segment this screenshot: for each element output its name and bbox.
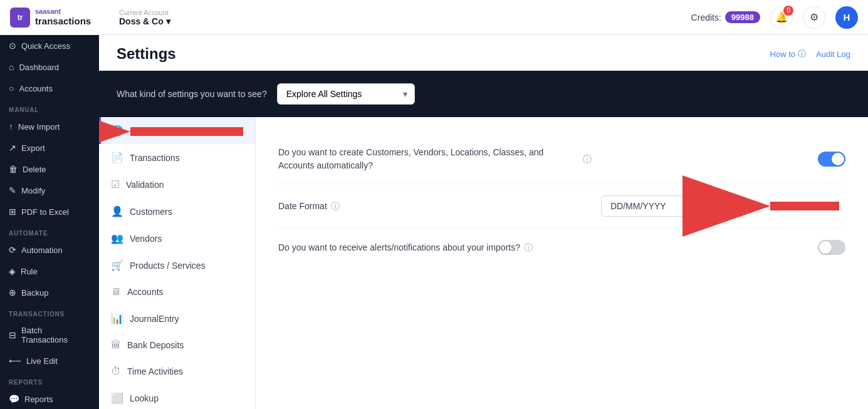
logo-top: saasant (35, 8, 91, 16)
howto-link[interactable]: How to ⓘ (770, 48, 806, 60)
page-title: Settings (117, 45, 176, 63)
arrow-to-dropdown (764, 197, 845, 215)
sidebar-label-modify: Modify (21, 186, 45, 195)
batch-transactions-icon: ⊟ (9, 330, 16, 340)
settings-nav-vendors[interactable]: 👥 Vendors (99, 225, 255, 252)
header-links: How to ⓘ Audit Log (770, 48, 850, 60)
delete-icon: 🗑 (9, 164, 18, 174)
settings-nav-label-products: Products / Services (130, 261, 206, 271)
logo-text: saasant transactions (35, 8, 91, 27)
alerts-label: Do you want to receive alerts/notificati… (278, 241, 533, 254)
credits-display: Credits: 99988 (691, 11, 760, 23)
account-label: Current Account (119, 9, 691, 16)
sidebar-label-batch-transactions: Batch Transactions (21, 326, 90, 344)
auto-create-label: Do you want to create Customers, Vendors… (278, 146, 592, 172)
credits-count: 99988 (725, 11, 760, 23)
reports-icon: 💬 (9, 394, 19, 404)
quick-access-icon: ⊙ (9, 41, 16, 51)
notifications-button[interactable]: 🔔 0 (770, 6, 793, 29)
logo-icon: tr (10, 8, 30, 28)
logo-bottom: transactions (35, 16, 91, 27)
customer-icon: 👤 (111, 205, 123, 217)
settings-nav-products-services[interactable]: 🛒 Products / Services (99, 252, 255, 279)
info-circle-icon: ⓘ (798, 48, 806, 60)
lookup-icon: ⬜ (111, 392, 123, 404)
sidebar-label-dashboard: Dashboard (19, 63, 59, 72)
settings-nav: 🌐 General 📄 Transactions ☑ Validation 👤 … (99, 117, 256, 409)
sidebar-label-pdf-to-excel: PDF to Excel (21, 207, 69, 217)
sidebar-item-reports[interactable]: 💬 Reports (0, 388, 99, 409)
bank-icon: 🏛 (111, 339, 121, 351)
settings-content: Do you want to create Customers, Vendors… (256, 117, 868, 409)
settings-nav-label-bank-deposits: Bank Deposits (127, 340, 184, 350)
settings-nav-label-transactions: Transactions (130, 153, 180, 163)
new-import-icon: ↑ (9, 122, 13, 132)
audit-log-link[interactable]: Audit Log (816, 49, 850, 59)
chevron-down-icon: ▾ (166, 16, 170, 26)
settings-body: 🌐 General 📄 Transactions ☑ Validation 👤 … (99, 117, 868, 409)
info-icon-auto-create[interactable]: ⓘ (583, 153, 592, 166)
auto-create-toggle[interactable] (818, 152, 845, 167)
page-header: Settings How to ⓘ Audit Log (99, 35, 868, 71)
section-manual: MANUAL (0, 99, 99, 116)
dashboard-icon: ⌂ (9, 62, 14, 72)
sidebar-label-rule: Rule (21, 267, 38, 276)
modify-icon: ✎ (9, 185, 16, 195)
accounts-icon: ○ (9, 83, 14, 93)
journal-icon: 📊 (111, 313, 123, 324)
chevron-down-icon: ▾ (700, 201, 704, 211)
sidebar-item-quick-access[interactable]: ⊙ Quick Access (0, 35, 99, 56)
sidebar-item-live-edit[interactable]: ⟵ Live Edit (0, 350, 99, 371)
settings-nav-accounts[interactable]: 🖥 Accounts (99, 279, 255, 305)
vendors-icon: 👥 (111, 232, 123, 244)
header-right: Credits: 99988 🔔 0 ⚙ H (691, 6, 858, 29)
main-content: Settings How to ⓘ Audit Log What kind of… (99, 35, 868, 409)
toggle-thumb-alerts (819, 241, 832, 254)
sidebar-item-dashboard[interactable]: ⌂ Dashboard (0, 56, 99, 78)
sidebar-item-batch-transactions[interactable]: ⊟ Batch Transactions (0, 320, 99, 350)
explore-settings-select[interactable]: Explore All Settings (277, 83, 415, 105)
sidebar-item-modify[interactable]: ✎ Modify (0, 180, 99, 201)
settings-nav-customers[interactable]: 👤 Customers (99, 198, 255, 225)
sidebar-item-accounts[interactable]: ○ Accounts (0, 78, 99, 99)
sidebar-item-pdf-to-excel[interactable]: ⊞ PDF to Excel (0, 201, 99, 222)
notification-badge: 0 (783, 6, 793, 16)
account-area: Current Account Doss & Co ▾ (109, 9, 691, 26)
settings-nav-transactions[interactable]: 📄 Transactions (99, 144, 255, 171)
settings-button[interactable]: ⚙ (803, 6, 825, 29)
sidebar-item-export[interactable]: ↗ Export (0, 137, 99, 158)
sidebar-label-backup: Backup (21, 288, 48, 298)
sidebar-label-export: Export (21, 143, 45, 153)
section-transactions: TRANSACTIONS (0, 303, 99, 320)
export-icon: ↗ (9, 143, 16, 153)
sidebar: ⊙ Quick Access ⌂ Dashboard ○ Accounts MA… (0, 35, 99, 409)
sidebar-item-rule[interactable]: ◈ Rule (0, 261, 99, 282)
sidebar-label-delete: Delete (23, 165, 46, 174)
filter-select-wrapper: Explore All Settings ▾ (277, 83, 415, 105)
settings-nav-label-validation: Validation (126, 180, 164, 190)
date-format-dropdown[interactable]: DD/MM/YYYY ▾ (601, 195, 714, 217)
alerts-toggle[interactable] (818, 240, 845, 255)
info-icon-alerts[interactable]: ⓘ (524, 241, 533, 254)
info-icon-date-format[interactable]: ⓘ (331, 200, 340, 213)
settings-nav-label-vendors: Vendors (130, 234, 162, 244)
date-format-label: Date Format ⓘ (278, 200, 340, 213)
account-switcher[interactable]: Doss & Co ▾ (119, 16, 691, 26)
settings-nav-lookup[interactable]: ⬜ Lookup (99, 385, 255, 409)
user-avatar[interactable]: H (835, 6, 858, 29)
settings-nav-bank-deposits[interactable]: 🏛 Bank Deposits (99, 332, 255, 358)
sidebar-item-new-import[interactable]: ↑ New Import (0, 116, 99, 137)
settings-nav-validation[interactable]: ☑ Validation (99, 171, 255, 198)
settings-nav-label-customers: Customers (130, 207, 172, 217)
settings-nav-journal-entry[interactable]: 📊 JournalEntry (99, 305, 255, 332)
settings-nav-label-lookup: Lookup (130, 393, 159, 403)
document-icon: 📄 (111, 152, 123, 163)
products-icon: 🛒 (111, 259, 123, 271)
sidebar-item-automation[interactable]: ⟳ Automation (0, 239, 99, 261)
settings-nav-label-time: Time Activities (127, 366, 183, 376)
sidebar-item-delete[interactable]: 🗑 Delete (0, 158, 99, 180)
settings-nav-time-activities[interactable]: ⏱ Time Activities (99, 358, 255, 385)
sidebar-item-backup[interactable]: ⊕ Backup (0, 282, 99, 303)
setting-row-alerts: Do you want to receive alerts/notificati… (278, 229, 845, 266)
settings-nav-label-accounts: Accounts (127, 287, 164, 297)
